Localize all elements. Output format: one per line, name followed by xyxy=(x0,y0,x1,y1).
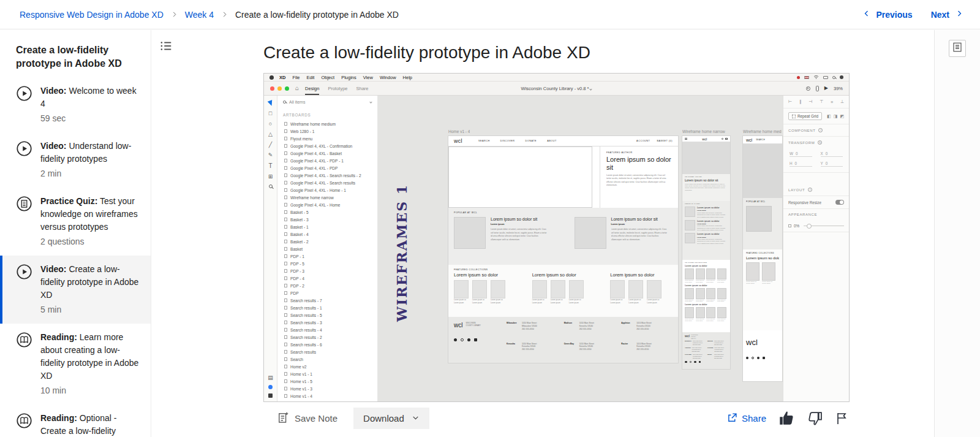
artboard-wireframe-home-narrow[interactable]: wcl FEATURED AUTHOR Lorem ipsum so dolor… xyxy=(682,136,730,369)
layer-row[interactable]: Google Pixel 4, 4XL - PDP - 1 xyxy=(277,157,377,164)
menubar-item[interactable]: Plugins xyxy=(341,75,356,80)
previous-button[interactable]: Previous xyxy=(863,9,913,20)
xd-tab-share[interactable]: Share xyxy=(356,82,369,95)
apps-icon[interactable] xyxy=(268,393,273,398)
layer-row[interactable]: PDP - 4 xyxy=(277,275,377,282)
layer-row[interactable]: Google Pixel 4, 4XL - Basket xyxy=(277,150,377,157)
plugins-icon[interactable] xyxy=(268,385,273,389)
layer-row[interactable]: Search results - 7 xyxy=(277,297,377,304)
zoom-level[interactable]: 39% xyxy=(834,86,843,91)
layer-row[interactable]: Basket - 4 xyxy=(277,230,377,238)
layer-row[interactable]: Google Pixel 4, 4XL - Search results - 2 xyxy=(277,172,377,179)
zoom-tool-icon[interactable] xyxy=(269,184,273,188)
layer-row[interactable]: Wireframe home medium xyxy=(277,120,377,127)
layer-row[interactable]: Basket - 5 xyxy=(277,208,377,216)
menubar-item[interactable]: XD xyxy=(279,75,285,80)
next-button[interactable]: Next xyxy=(931,9,963,20)
menubar-item[interactable]: Edit xyxy=(307,75,315,80)
layer-row[interactable]: PDP - 3 xyxy=(277,267,377,275)
opacity-slider[interactable] xyxy=(804,226,844,226)
breadcrumb-item[interactable]: Responsive Web Design in Adobe XD xyxy=(20,10,164,20)
opacity-checkbox[interactable] xyxy=(788,224,791,227)
sidebar-item[interactable]: Video: Welcome to week 459 sec xyxy=(0,77,151,132)
assets-panel-icon[interactable]: ▤ xyxy=(268,375,273,381)
select-tool-icon[interactable] xyxy=(267,100,274,107)
sidebar-item[interactable]: Reading: Optional - Create a low-fidelit… xyxy=(0,405,151,437)
sidebar-item[interactable]: Reading: Learn more about creating a low… xyxy=(0,324,151,405)
align-center-h-icon[interactable]: ∥ xyxy=(799,99,802,104)
layer-row[interactable]: Search results - 1 xyxy=(277,304,377,311)
menubar-item[interactable]: View xyxy=(363,75,373,80)
layer-row[interactable]: Google Pixel 4, 4XL - Home xyxy=(277,201,377,208)
layer-row[interactable]: Home v1 - 5 xyxy=(277,378,377,385)
layer-row[interactable]: Search results xyxy=(277,348,377,355)
layer-row[interactable]: Home v1 - 2 xyxy=(277,400,377,401)
thumbs-down-button[interactable] xyxy=(807,411,823,426)
text-tool-icon[interactable]: T xyxy=(268,163,272,169)
xd-tab-design[interactable]: Design xyxy=(305,82,319,95)
info-icon[interactable]: i xyxy=(818,128,823,132)
layer-row[interactable]: Home v1 - 3 xyxy=(277,385,377,392)
breadcrumb-item[interactable]: Week 4 xyxy=(185,10,214,20)
rectangle-tool-icon[interactable]: □ xyxy=(269,111,272,116)
xd-tab-prototype[interactable]: Prototype xyxy=(328,82,347,95)
layers-search-row[interactable]: All items xyxy=(277,96,377,108)
layer-row[interactable]: Flyout menu xyxy=(277,135,377,142)
align-right-icon[interactable]: ⊣ xyxy=(809,99,812,104)
thumbs-up-button[interactable] xyxy=(778,410,795,427)
layer-row[interactable]: Google Pixel 4, 4XL - Search results xyxy=(277,179,377,186)
layer-row[interactable]: PDP - 5 xyxy=(277,260,377,267)
maximize-window-icon[interactable] xyxy=(285,86,289,91)
close-window-icon[interactable] xyxy=(270,86,274,91)
menubar-item[interactable]: File xyxy=(292,75,300,80)
share-button[interactable]: Share xyxy=(727,412,766,425)
sidebar-item[interactable]: Video: Create a low-fidelity prototype i… xyxy=(0,256,151,324)
layer-row[interactable]: Google Pixel 4, 4XL - PDP xyxy=(277,164,377,172)
ellipse-tool-icon[interactable]: ○ xyxy=(269,121,272,127)
xd-canvas[interactable]: WIREFRAMES 1 Home v1 - 4 wcl SEARCHDISCO… xyxy=(378,96,783,401)
boolean-intersect-icon[interactable]: ◩ xyxy=(840,114,844,119)
notes-panel-button[interactable] xyxy=(949,40,966,57)
repeat-grid-button[interactable]: Repeat Grid xyxy=(788,112,822,120)
layer-row[interactable]: Search xyxy=(277,355,377,363)
layer-row[interactable]: PDP xyxy=(277,289,377,297)
align-bottom-icon[interactable]: ⊥ xyxy=(840,99,844,104)
sidebar-item[interactable]: Video: Understand low-fidelity prototype… xyxy=(0,132,151,188)
device-preview-icon[interactable] xyxy=(816,86,819,91)
align-middle-icon[interactable]: ≡ xyxy=(831,100,833,104)
polygon-tool-icon[interactable]: △ xyxy=(268,132,273,137)
height-field[interactable]: H0 xyxy=(790,161,812,167)
layer-row[interactable]: Basket xyxy=(277,245,377,253)
pen-tool-icon[interactable]: ✎ xyxy=(268,153,273,158)
layer-row[interactable]: Search results - 5 xyxy=(277,311,377,319)
menubar-item[interactable]: Object xyxy=(321,75,334,80)
layer-row[interactable]: Search results - 2 xyxy=(277,333,377,341)
layer-row[interactable]: Home v1 - 4 xyxy=(277,392,377,400)
responsive-resize-toggle[interactable] xyxy=(835,200,844,205)
artboard-tool-icon[interactable]: ⊞ xyxy=(268,174,273,180)
y-field[interactable]: Y0 xyxy=(821,161,843,167)
menubar-item[interactable]: Window xyxy=(380,75,396,80)
layer-row[interactable]: PDP - 2 xyxy=(277,282,377,289)
layer-row[interactable]: Basket - 2 xyxy=(277,238,377,245)
layer-row[interactable]: Basket - 3 xyxy=(277,216,377,223)
layer-row[interactable]: Google Pixel 4, 4XL - Confirmation xyxy=(277,142,377,150)
info-icon[interactable]: i xyxy=(808,188,812,192)
sidebar-toggle-button[interactable] xyxy=(157,38,175,56)
artboard-home-v1-4[interactable]: wcl SEARCHDISCOVERDONATEABOUT ACCOUNTBAS… xyxy=(448,136,678,363)
layer-row[interactable]: Home v2 xyxy=(277,363,377,370)
home-icon[interactable]: ⌂ xyxy=(295,85,299,91)
artboard-label-medium[interactable]: Wireframe home medium xyxy=(743,129,782,134)
boolean-subtract-icon[interactable]: ◨ xyxy=(834,114,838,119)
layer-row[interactable]: Wireframe home narrow xyxy=(277,194,377,201)
x-field[interactable]: X0 xyxy=(821,151,843,157)
download-button[interactable]: Download xyxy=(353,408,429,429)
minimize-window-icon[interactable] xyxy=(277,86,282,91)
sidebar-item[interactable]: Practice Quiz: Test your knowledge on wi… xyxy=(0,188,151,256)
layer-row[interactable]: Web 1280 - 1 xyxy=(277,127,377,135)
artboard-label-main[interactable]: Home v1 - 4 xyxy=(448,129,470,134)
rotate-icon[interactable]: ↻ xyxy=(818,140,822,145)
align-top-icon[interactable]: ⊤ xyxy=(820,99,823,104)
layer-row[interactable]: Search results - 3 xyxy=(277,319,377,326)
align-left-icon[interactable]: ⊢ xyxy=(788,99,792,104)
